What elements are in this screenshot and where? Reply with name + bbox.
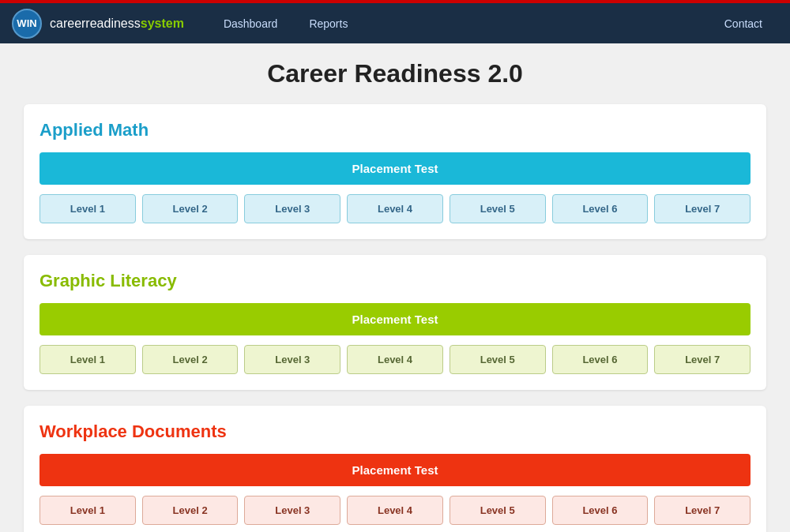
workplace-documents-levels: Level 1 Level 2 Level 3 Level 4 Level 5 … — [40, 496, 750, 525]
applied-math-level-1[interactable]: Level 1 — [40, 194, 136, 223]
applied-math-placement-btn[interactable]: Placement Test — [40, 152, 750, 185]
graphic-literacy-title: Graphic Literacy — [40, 271, 750, 291]
workplace-documents-level-4[interactable]: Level 4 — [347, 496, 443, 525]
workplace-documents-level-6[interactable]: Level 6 — [552, 496, 649, 525]
graphic-literacy-level-2[interactable]: Level 2 — [142, 345, 239, 374]
graphic-literacy-level-6[interactable]: Level 6 — [552, 345, 649, 374]
workplace-documents-level-5[interactable]: Level 5 — [450, 496, 546, 525]
applied-math-levels: Level 1 Level 2 Level 3 Level 4 Level 5 … — [40, 194, 750, 223]
nav-dashboard[interactable]: Dashboard — [208, 3, 294, 43]
graphic-literacy-placement-btn[interactable]: Placement Test — [40, 303, 750, 335]
applied-math-level-4[interactable]: Level 4 — [347, 194, 443, 223]
nav-links: Dashboard Reports — [208, 3, 364, 43]
applied-math-title: Applied Math — [40, 120, 750, 140]
graphic-literacy-level-1[interactable]: Level 1 — [40, 345, 136, 374]
navbar: WIN careerreadinesssystem Dashboard Repo… — [0, 0, 790, 43]
brand-career: career — [50, 17, 85, 30]
nav-contact[interactable]: Contact — [709, 17, 778, 30]
brand-name: careerreadinesssystem — [50, 17, 184, 31]
main-content: Career Readiness 2.0 Applied Math Placem… — [0, 43, 790, 532]
brand-readiness: readiness — [85, 17, 140, 30]
logo-text: WIN — [17, 17, 36, 29]
workplace-documents-level-1[interactable]: Level 1 — [40, 496, 136, 525]
workplace-documents-level-3[interactable]: Level 3 — [244, 496, 340, 525]
workplace-documents-level-2[interactable]: Level 2 — [142, 496, 239, 525]
page-title: Career Readiness 2.0 — [24, 59, 766, 88]
applied-math-level-6[interactable]: Level 6 — [552, 194, 649, 223]
graphic-literacy-levels: Level 1 Level 2 Level 3 Level 4 Level 5 … — [40, 345, 750, 374]
graphic-literacy-level-5[interactable]: Level 5 — [450, 345, 546, 374]
graphic-literacy-card: Graphic Literacy Placement Test Level 1 … — [24, 255, 766, 390]
applied-math-level-7[interactable]: Level 7 — [654, 194, 750, 223]
logo: WIN — [12, 9, 42, 39]
graphic-literacy-level-4[interactable]: Level 4 — [347, 345, 443, 374]
workplace-documents-placement-btn[interactable]: Placement Test — [40, 454, 750, 486]
brand-system: system — [141, 17, 184, 30]
applied-math-card: Applied Math Placement Test Level 1 Leve… — [24, 104, 766, 239]
applied-math-level-3[interactable]: Level 3 — [244, 194, 340, 223]
applied-math-level-5[interactable]: Level 5 — [450, 194, 546, 223]
nav-reports[interactable]: Reports — [293, 3, 363, 43]
graphic-literacy-level-7[interactable]: Level 7 — [654, 345, 750, 374]
applied-math-level-2[interactable]: Level 2 — [142, 194, 239, 223]
workplace-documents-card: Workplace Documents Placement Test Level… — [24, 406, 766, 532]
workplace-documents-title: Workplace Documents — [40, 421, 750, 442]
graphic-literacy-level-3[interactable]: Level 3 — [244, 345, 340, 374]
workplace-documents-level-7[interactable]: Level 7 — [654, 496, 750, 525]
